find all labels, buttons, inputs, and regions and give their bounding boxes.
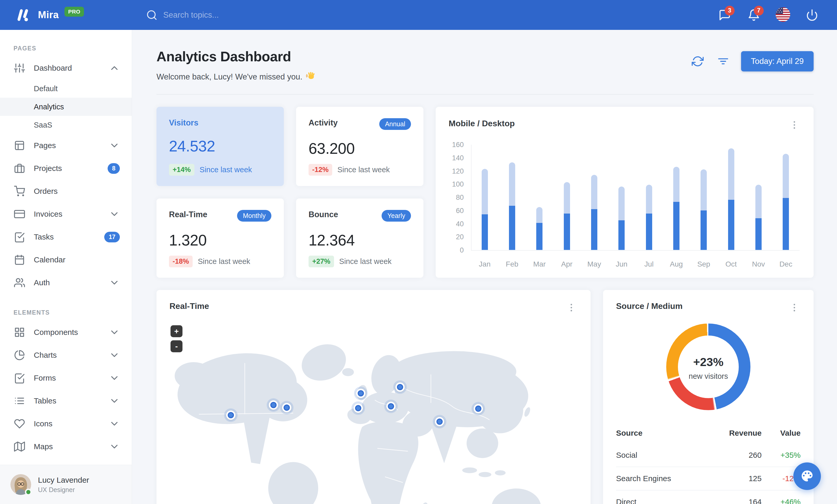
bar-group-aug: Aug	[663, 145, 690, 268]
sidebar-item-dashboard[interactable]: Dashboard	[0, 57, 132, 79]
online-status-dot	[25, 489, 32, 496]
stat-period-badge[interactable]: Yearly	[381, 210, 411, 222]
bar-group-oct: Oct	[717, 145, 745, 268]
sidebar-item-components[interactable]: Components	[0, 321, 132, 344]
stat-value: 24.532	[169, 137, 271, 155]
map-zoom-in-button[interactable]: +	[171, 325, 182, 337]
map-marker-9[interactable]	[471, 402, 485, 415]
grid-icon	[14, 327, 25, 338]
map-marker-5[interactable]	[352, 402, 365, 415]
value-cell: +46%	[762, 490, 801, 504]
stat-title: Real-Time	[169, 210, 208, 219]
y-axis-tick: 120	[449, 167, 464, 175]
chart-menu-button[interactable]	[788, 119, 801, 131]
mobile-bar-segment	[646, 213, 652, 250]
top-navbar: Mira PRO 3 7	[0, 0, 837, 30]
stat-change-badge: -12%	[308, 164, 332, 175]
map-marker-7[interactable]	[384, 399, 398, 413]
map-zoom-out-button[interactable]: -	[171, 340, 182, 352]
sidebar-subitem-saas[interactable]: SaaS	[0, 116, 132, 134]
map-marker-6[interactable]	[393, 380, 407, 394]
desktop-bar-segment	[673, 167, 679, 202]
value-cell: +35%	[762, 444, 801, 467]
sidebar-item-calendar[interactable]: Calendar	[0, 248, 132, 271]
sidebar-item-invoices[interactable]: Invoices	[0, 203, 132, 225]
stat-period-badge[interactable]: Annual	[379, 118, 411, 130]
welcome-message: Welcome back, Lucy! We've missed you.	[157, 71, 315, 82]
search-input[interactable]	[163, 10, 309, 20]
map-marker-4[interactable]	[354, 387, 368, 400]
desktop-bar-segment	[700, 169, 707, 210]
stacked-bar	[509, 162, 515, 250]
user-role: UX Designer	[38, 486, 89, 493]
bounce-stat-card: Bounce Yearly 12.364 +27% Since last wee…	[296, 199, 424, 278]
mobile-bar-segment	[618, 220, 625, 250]
brand[interactable]: Mira PRO	[16, 0, 84, 30]
map-marker-8[interactable]	[433, 415, 446, 428]
filter-button[interactable]	[716, 54, 731, 69]
revenue-cell: 260	[707, 444, 762, 467]
pro-badge: PRO	[65, 7, 84, 17]
sidebar-badge: 17	[104, 232, 120, 242]
mira-logo-icon	[16, 8, 32, 22]
mobile-bar-segment	[700, 210, 707, 250]
stat-value: 1.320	[169, 231, 271, 249]
x-axis-label: Jul	[635, 260, 663, 268]
sidebar-subitem-analytics[interactable]: Analytics	[0, 98, 132, 116]
sidebar: PagesDashboardDefaultAnalyticsSaaSPagesP…	[0, 30, 132, 504]
sidebar-item-icons[interactable]: Icons	[0, 412, 132, 435]
bar-group-jan: Jan	[471, 145, 498, 268]
chevron-down-icon	[109, 395, 120, 406]
map-marker-2[interactable]	[267, 398, 280, 412]
notifications-button[interactable]: 7	[742, 3, 766, 27]
list-icon	[14, 395, 25, 406]
notifications-badge: 7	[754, 6, 764, 16]
sidebar-item-forms[interactable]: Forms	[0, 367, 132, 389]
sidebar-item-pages[interactable]: Pages	[0, 134, 132, 157]
sidebar-item-projects[interactable]: Projects8	[0, 157, 132, 180]
navbar-actions: 3 7	[713, 0, 824, 30]
stat-period: Since last week	[200, 166, 252, 174]
logout-button[interactable]	[800, 3, 824, 27]
revenue-cell: 125	[707, 467, 762, 490]
sidebar-item-tables[interactable]: Tables	[0, 389, 132, 412]
sidebar-item-auth[interactable]: Auth	[0, 271, 132, 294]
sidebar-item-orders[interactable]: Orders	[0, 180, 132, 203]
refresh-button[interactable]	[690, 54, 705, 69]
date-range-button[interactable]: Today: April 29	[741, 51, 814, 72]
credit-card-icon	[14, 209, 25, 220]
stacked-bar	[783, 154, 789, 250]
pie-chart-icon	[14, 350, 25, 360]
page-title: Analytics Dashboard	[157, 49, 315, 64]
desktop-bar-segment	[728, 148, 734, 200]
map-marker-1[interactable]	[224, 408, 237, 422]
bar-group-feb: Feb	[498, 145, 526, 268]
sidebar-subitem-default[interactable]: Default	[0, 79, 132, 98]
messages-button[interactable]: 3	[713, 3, 737, 27]
x-axis-label: Dec	[772, 260, 800, 268]
chevron-down-icon	[109, 277, 120, 288]
realtime-stat-card: Real-Time Monthly 1.320 -18% Since last …	[157, 199, 284, 278]
sidebar-user[interactable]: Lucy Lavender UX Designer	[0, 465, 132, 504]
stacked-bar	[673, 167, 679, 250]
sidebar-item-charts[interactable]: Charts	[0, 344, 132, 367]
mobile-bar-segment	[591, 209, 597, 250]
chevron-down-icon	[109, 373, 120, 384]
source-medium-card: Source / Medium +23% new visitors	[603, 290, 814, 504]
source-medium-menu-button[interactable]	[788, 301, 801, 314]
app: Mira PRO 3 7	[0, 0, 837, 504]
language-button[interactable]	[771, 3, 795, 27]
source-table-header: Revenue	[707, 424, 762, 444]
theme-settings-fab[interactable]	[793, 463, 821, 490]
x-axis-label: May	[581, 260, 608, 268]
sidebar-item-tasks[interactable]: Tasks17	[0, 225, 132, 248]
y-axis-tick: 40	[449, 220, 464, 228]
desktop-bar-segment	[564, 182, 570, 214]
x-axis-label: Nov	[745, 260, 772, 268]
map-marker-3[interactable]	[280, 401, 293, 414]
sidebar-item-maps[interactable]: Maps	[0, 435, 132, 458]
stacked-bar	[646, 185, 652, 250]
stat-period-badge[interactable]: Monthly	[237, 210, 271, 222]
stacked-bar	[755, 185, 762, 250]
map-menu-button[interactable]	[565, 301, 577, 314]
